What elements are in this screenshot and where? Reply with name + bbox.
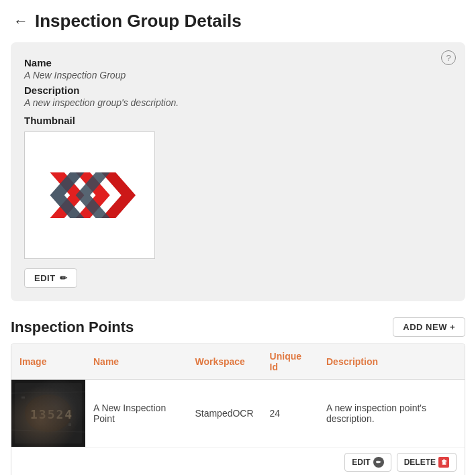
description-label: Description	[24, 85, 452, 96]
add-new-button[interactable]: ADD NEW +	[393, 317, 465, 337]
col-image: Image	[11, 344, 85, 380]
row-edit-button[interactable]: EDIT ✏	[344, 453, 391, 472]
svg-line-9	[11, 392, 85, 393]
thumbnail-box	[24, 131, 155, 259]
table-header-row: Image Name Workspace Unique Id Descripti…	[11, 344, 465, 380]
edit-button[interactable]: EDIT ✏	[24, 268, 77, 288]
row-unique-id: 24	[262, 380, 318, 447]
info-card: ? Name A New Inspection Group Descriptio…	[11, 42, 465, 301]
name-value: A New Inspection Group	[24, 70, 452, 81]
table-row: 13524 A New Inspection Point StampedOCR …	[11, 380, 465, 447]
row-delete-icon: 🗑	[438, 457, 449, 468]
col-name: Name	[85, 344, 187, 380]
row-workspace: StampedOCR	[187, 380, 261, 447]
add-new-plus-icon: +	[450, 322, 455, 332]
description-value: A new inspection group's description.	[24, 97, 452, 108]
add-new-label: ADD NEW	[403, 322, 447, 332]
col-unique-id: Unique Id	[262, 344, 318, 380]
help-icon[interactable]: ?	[441, 50, 456, 65]
page-header: ← Inspection Group Details	[0, 0, 476, 37]
page-title: Inspection Group Details	[35, 11, 242, 32]
row-actions: EDIT ✏ DELETE 🗑	[19, 453, 457, 472]
svg-rect-6	[15, 383, 82, 443]
table-header: Image Name Workspace Unique Id Descripti…	[11, 344, 465, 380]
svg-point-7	[25, 394, 72, 432]
inspection-points-table-wrapper: Image Name Workspace Unique Id Descripti…	[11, 344, 465, 475]
row-image-svg: 13524	[11, 380, 85, 447]
svg-rect-12	[68, 423, 71, 426]
section-title: Inspection Points	[11, 319, 134, 336]
name-label: Name	[24, 57, 452, 68]
row-description: A new inspection point's description.	[318, 380, 465, 447]
row-edit-label: EDIT	[352, 458, 370, 467]
edit-pencil-icon: ✏	[60, 273, 68, 283]
thumbnail-label: Thumbnail	[24, 115, 452, 126]
inspection-points-table: Image Name Workspace Unique Id Descripti…	[11, 344, 465, 475]
inspection-points-section: Inspection Points ADD NEW +	[0, 307, 476, 344]
svg-text:13524: 13524	[30, 407, 73, 421]
edit-button-label: EDIT	[34, 273, 56, 283]
back-button[interactable]: ←	[13, 14, 28, 29]
thumbnail-svg	[33, 138, 147, 252]
row-image-cell: 13524	[11, 380, 85, 447]
svg-rect-11	[21, 397, 25, 399]
svg-rect-5	[11, 380, 85, 447]
actions-row: EDIT ✏ DELETE 🗑	[11, 447, 465, 476]
col-workspace: Workspace	[187, 344, 261, 380]
actions-cell: EDIT ✏ DELETE 🗑	[11, 447, 465, 476]
col-description: Description	[318, 344, 465, 380]
svg-line-10	[11, 430, 85, 432]
row-delete-label: DELETE	[404, 458, 436, 467]
row-edit-icon: ✏	[373, 457, 384, 468]
row-image: 13524	[11, 380, 85, 447]
table-body: 13524 A New Inspection Point StampedOCR …	[11, 380, 465, 476]
row-delete-button[interactable]: DELETE 🗑	[397, 453, 457, 472]
row-name: A New Inspection Point	[85, 380, 187, 447]
